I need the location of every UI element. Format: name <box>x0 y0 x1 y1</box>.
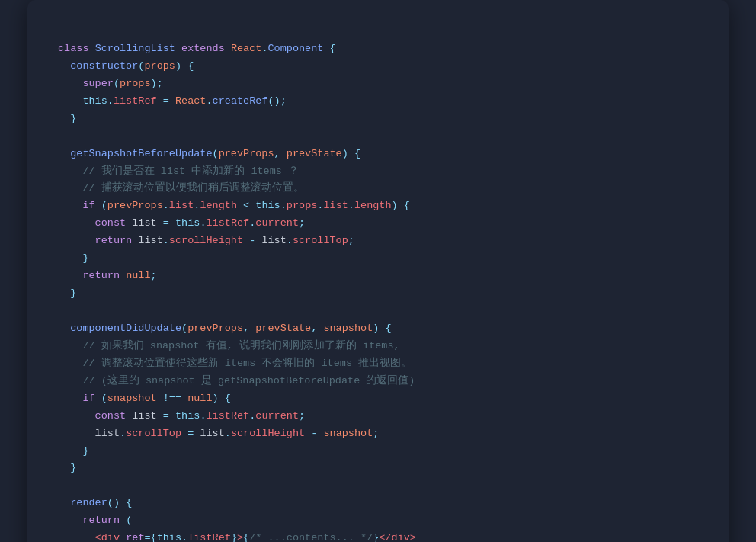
code-block: class ScrollingList extends React.Compon… <box>58 23 698 542</box>
code-container: class ScrollingList extends React.Compon… <box>27 0 729 542</box>
